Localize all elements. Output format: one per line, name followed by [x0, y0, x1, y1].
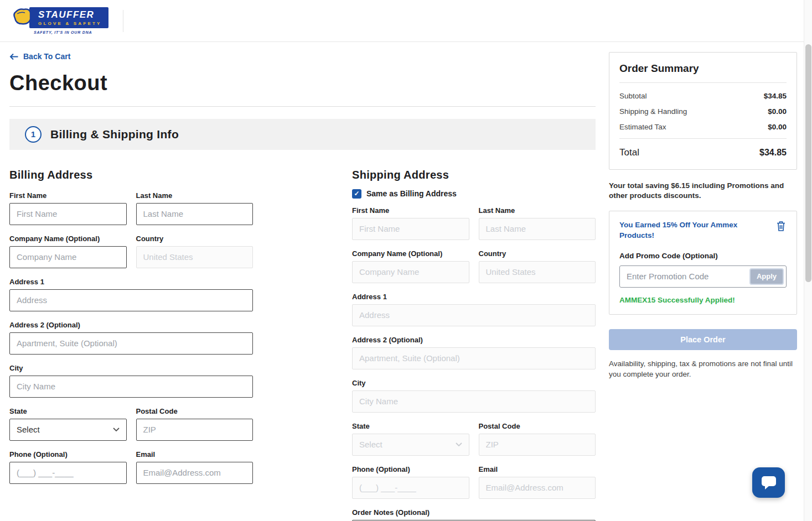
scrollbar-thumb[interactable]: [805, 44, 811, 282]
billing-first-name-input[interactable]: [9, 203, 127, 225]
billing-first-name-group: First Name: [9, 191, 127, 225]
billing-address1-group: Address 1: [9, 278, 253, 311]
chevron-down-icon: [113, 428, 120, 432]
billing-shipping-section-header: 1 Billing & Shipping Info: [9, 119, 596, 150]
billing-country-label: Country: [136, 235, 254, 243]
same-as-billing-label: Same as Billing Address: [366, 189, 457, 198]
shipping-address1-label: Address 1: [352, 293, 596, 301]
chevron-down-icon: [456, 442, 462, 447]
shipping-address-title: Shipping Address: [352, 169, 596, 181]
shipping-address2-input: [352, 347, 596, 369]
shipping-company-input: [352, 261, 469, 283]
billing-phone-group: Phone (Optional): [9, 450, 127, 484]
shipping-company-group: Company Name (Optional): [352, 249, 469, 283]
section-title: Billing & Shipping Info: [50, 128, 179, 141]
billing-country-group: Country: [136, 235, 254, 268]
billing-country-input: [136, 246, 254, 268]
billing-address2-input[interactable]: [9, 332, 253, 355]
shipping-email-group: Email: [479, 465, 596, 499]
same-as-billing-checkbox[interactable]: ✓: [352, 189, 361, 199]
glove-icon: [12, 7, 34, 28]
billing-address2-group: Address 2 (Optional): [9, 321, 253, 355]
promo-card: You Earned 15% Off Your Ammex Products! …: [609, 211, 797, 314]
shipping-state-group: State Select: [352, 422, 469, 456]
order-summary-sidebar: Order Summary Subtotal $34.85 Shipping &…: [609, 52, 797, 521]
shipping-state-label: State: [352, 422, 469, 430]
shipping-email-label: Email: [479, 465, 596, 473]
shipping-postal-label: Postal Code: [479, 422, 596, 430]
billing-address1-label: Address 1: [9, 278, 253, 286]
shipping-phone-label: Phone (Optional): [352, 465, 469, 473]
shipping-address2-group: Address 2 (Optional): [352, 336, 596, 369]
promo-success-message: AMMEX15 Successfully Applied!: [619, 296, 787, 304]
billing-address-title: Billing Address: [9, 169, 253, 181]
shipping-city-group: City: [352, 379, 596, 413]
chat-widget-button[interactable]: [752, 467, 785, 498]
shipping-phone-group: Phone (Optional): [352, 465, 469, 499]
order-notes-group: Order Notes (Optional): [352, 508, 596, 521]
shipping-address2-label: Address 2 (Optional): [352, 336, 596, 344]
subtotal-value: $34.85: [764, 92, 787, 100]
billing-postal-label: Postal Code: [136, 407, 254, 415]
shipping-state-value: Select: [359, 440, 382, 449]
shipping-postal-input: [479, 434, 596, 456]
shipping-handling-value: $0.00: [768, 107, 787, 116]
billing-last-name-label: Last Name: [136, 191, 254, 200]
chat-bubble-icon: [761, 475, 777, 491]
logo-wordmark: STAUFFER GLOVE & SAFETY: [29, 7, 108, 28]
shipping-last-name-group: Last Name: [479, 206, 596, 240]
shipping-address-form: Shipping Address ✓ Same as Billing Addre…: [352, 169, 596, 521]
shipping-postal-group: Postal Code: [479, 422, 596, 456]
billing-phone-input[interactable]: [9, 462, 127, 484]
shipping-handling-label: Shipping & Handling: [619, 107, 687, 116]
billing-email-group: Email: [136, 450, 254, 484]
billing-email-input[interactable]: [136, 462, 254, 484]
checkout-main: Back To Cart Checkout 1 Billing & Shippi…: [9, 52, 596, 521]
site-header: STAUFFER GLOVE & SAFETY SAFETY, IT'S IN …: [0, 0, 812, 42]
stauffer-logo[interactable]: STAUFFER GLOVE & SAFETY SAFETY, IT'S IN …: [12, 7, 108, 34]
billing-company-input[interactable]: [9, 246, 127, 268]
billing-city-label: City: [9, 364, 253, 372]
title-divider: [9, 106, 596, 107]
billing-first-name-label: First Name: [9, 191, 127, 200]
apply-promo-button[interactable]: Apply: [749, 268, 784, 285]
savings-note: Your total saving $6.15 including Promot…: [609, 181, 797, 201]
shipping-first-name-label: First Name: [352, 206, 469, 215]
billing-address-form: Billing Address First Name Last Name Com…: [9, 169, 253, 521]
estimated-tax-label: Estimated Tax: [619, 123, 666, 131]
billing-phone-label: Phone (Optional): [9, 450, 127, 459]
total-value: $34.85: [759, 148, 787, 158]
billing-state-value: Select: [17, 425, 40, 434]
billing-last-name-input[interactable]: [136, 203, 254, 225]
shipping-email-input: [479, 477, 596, 499]
total-label: Total: [619, 147, 639, 158]
back-arrow-icon: [9, 53, 18, 60]
place-order-button[interactable]: Place Order: [609, 329, 797, 350]
shipping-city-label: City: [352, 379, 596, 387]
shipping-state-select: Select: [352, 434, 469, 456]
page-scrollbar[interactable]: [804, 0, 812, 521]
total-row: Total $34.85: [619, 138, 787, 158]
shipping-address1-group: Address 1: [352, 293, 596, 326]
shipping-country-input: [479, 261, 596, 283]
promo-earned-text: You Earned 15% Off Your Ammex Products!: [619, 220, 749, 240]
billing-city-group: City: [9, 364, 253, 398]
billing-company-group: Company Name (Optional): [9, 235, 127, 268]
summary-row: Estimated Tax $0.00: [619, 123, 787, 131]
billing-email-label: Email: [136, 450, 254, 459]
logo-line2: GLOVE & SAFETY: [38, 21, 102, 26]
summary-row: Subtotal $34.85: [619, 92, 787, 100]
billing-postal-input[interactable]: [136, 419, 254, 441]
billing-state-select[interactable]: Select: [9, 419, 127, 441]
back-to-cart-link[interactable]: Back To Cart: [9, 52, 70, 61]
step-number-badge: 1: [25, 126, 42, 143]
same-as-billing-checkbox-row[interactable]: ✓ Same as Billing Address: [352, 189, 596, 199]
trash-icon[interactable]: [775, 220, 787, 232]
order-summary-title: Order Summary: [619, 62, 787, 83]
shipping-city-input: [352, 390, 596, 413]
billing-city-input[interactable]: [9, 376, 253, 398]
logo-tagline: SAFETY, IT'S IN OUR DNA: [34, 30, 108, 34]
billing-address1-input[interactable]: [9, 289, 253, 311]
page-title: Checkout: [9, 71, 596, 95]
shipping-country-label: Country: [479, 249, 596, 258]
